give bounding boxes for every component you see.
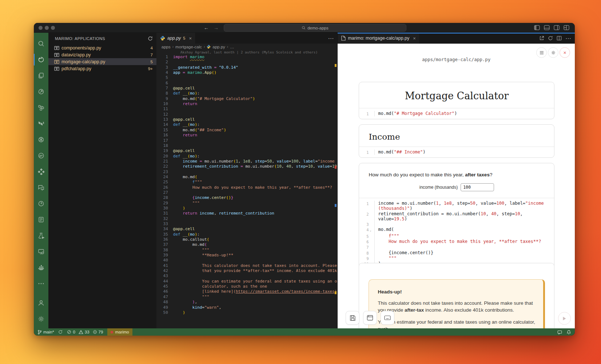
- terraform-activity-icon[interactable]: [34, 116, 48, 132]
- branch-icon: [37, 330, 42, 335]
- warning-callout: Heads-up! This calculator does not take …: [369, 279, 545, 328]
- active-group-accent-line: [338, 33, 575, 33]
- breadcrumb-apps[interactable]: apps: [162, 45, 171, 49]
- test-beaker-activity-icon[interactable]: [34, 228, 48, 244]
- nav-forward-icon[interactable]: →: [213, 24, 219, 31]
- more-actions-icon[interactable]: ⋯: [565, 35, 571, 42]
- save-button[interactable]: [346, 311, 359, 325]
- breadcrumb-symbol[interactable]: …: [230, 45, 234, 49]
- app-settings-button[interactable]: [548, 47, 558, 58]
- code-editor[interactable]: Akshay Agrawal, last month | 2 authors (…: [156, 50, 338, 328]
- tab-app-py[interactable]: app.py 5 ×: [156, 33, 196, 44]
- problem-count-badge: 5: [150, 60, 152, 64]
- close-icon: ×: [563, 50, 566, 56]
- tab-label: app.py: [167, 36, 181, 41]
- income-input-label: income (thousands): [419, 185, 458, 190]
- toggle-sidebar-left-icon[interactable]: [534, 24, 540, 31]
- marimo-status-chip[interactable]: marimo: [107, 328, 132, 336]
- titlebar: ← → demo-apps: [34, 23, 575, 33]
- python-icon: [207, 45, 211, 49]
- play-circle-activity-icon[interactable]: [34, 196, 48, 212]
- status-bar: main* 0 33 79 marimo: [34, 328, 575, 336]
- notebook-file-icon: [54, 53, 59, 57]
- customize-layout-icon[interactable]: [563, 24, 570, 31]
- tab-marimo-preview[interactable]: marimo: mortgage-calc/app.py ×: [338, 33, 419, 44]
- github-activity-icon[interactable]: [34, 148, 48, 164]
- refresh-icon[interactable]: [148, 36, 153, 41]
- cell-code[interactable]: 1mo.md("## Income"): [359, 147, 554, 157]
- sidebar-item-components[interactable]: components/app.py 4: [48, 44, 156, 51]
- more-activity-icon[interactable]: [34, 276, 48, 292]
- run-app-button[interactable]: [558, 312, 571, 325]
- tab-bar: marimo: mortgage-calc/app.py × ⋯: [338, 33, 575, 44]
- search-text: demo-apps: [307, 26, 329, 30]
- search-icon: [302, 26, 306, 30]
- play-icon: [562, 316, 566, 321]
- feedback-icon[interactable]: [557, 330, 562, 335]
- income-number-input[interactable]: [461, 183, 494, 191]
- menu-button[interactable]: [536, 47, 547, 58]
- split-editor-icon[interactable]: [557, 36, 562, 41]
- tab-close-icon[interactable]: ×: [413, 36, 416, 41]
- sidebar-marimo-applications: MARIMO: APPLICATIONS components/app.py 4…: [48, 33, 156, 328]
- breadcrumb-file[interactable]: app.py: [212, 45, 225, 49]
- file-name: mortgage-calc/app.py: [61, 59, 105, 64]
- editor-more-actions-icon[interactable]: ⋯: [328, 35, 334, 42]
- sidebar-item-dataviz[interactable]: dataviz/app.py 7: [48, 51, 156, 58]
- sync-status[interactable]: [58, 330, 63, 334]
- problem-count-badge: 7: [150, 53, 152, 57]
- open-external-icon[interactable]: [539, 36, 544, 41]
- notifications-bell-icon[interactable]: [566, 330, 571, 335]
- run-circle-activity-icon[interactable]: [34, 84, 48, 100]
- keyboard-icon: [384, 315, 391, 320]
- notebook-activity-icon[interactable]: [34, 212, 48, 228]
- shutdown-button[interactable]: ×: [560, 47, 570, 58]
- overview-mark-modified: [335, 291, 337, 294]
- comments-activity-icon[interactable]: [34, 180, 48, 196]
- settings-gear-icon[interactable]: [34, 311, 48, 327]
- editor-group-code: app.py 5 × ⋯ apps› mortgage-calc› app.py…: [156, 33, 338, 328]
- open-in-browser-button[interactable]: [363, 311, 377, 325]
- breadcrumb[interactable]: apps› mortgage-calc› app.py› …: [156, 44, 338, 50]
- accounts-icon[interactable]: [34, 295, 48, 311]
- traffic-light-close[interactable]: [39, 26, 43, 30]
- marimo-activity-icon[interactable]: [34, 52, 48, 68]
- git-branch-status[interactable]: main*: [37, 330, 54, 335]
- traffic-light-minimize[interactable]: [45, 26, 49, 30]
- toggle-panel-icon[interactable]: [544, 24, 550, 31]
- callout-paragraph: This calculator does not take taxes into…: [378, 300, 540, 313]
- toggle-sidebar-right-icon[interactable]: [553, 24, 560, 31]
- cell-code[interactable]: 1income = mo.ui.number(1, 1e8, step=50, …: [359, 198, 554, 269]
- app-title: Mortgage Calculator: [359, 82, 554, 108]
- command-center-search[interactable]: demo-apps: [224, 24, 406, 32]
- remote-screen-activity-icon[interactable]: [34, 244, 48, 260]
- search-activity-icon[interactable]: [34, 36, 48, 52]
- problems-status[interactable]: 0 33 79: [67, 330, 103, 334]
- error-count: 0: [73, 330, 75, 334]
- traffic-light-zoom[interactable]: [51, 26, 55, 30]
- infrastructure-activity-icon[interactable]: [34, 100, 48, 116]
- keyboard-shortcuts-button[interactable]: [381, 311, 394, 325]
- sphere-activity-icon[interactable]: [34, 132, 48, 148]
- pinwheel-activity-icon[interactable]: [34, 164, 48, 180]
- refresh-icon[interactable]: [548, 36, 553, 41]
- nav-back-icon[interactable]: ←: [203, 24, 210, 31]
- python-icon: [160, 36, 165, 41]
- app-file-path: apps/mortgage-calc/app.py: [338, 57, 575, 62]
- pages-activity-icon[interactable]: [34, 68, 48, 84]
- docker-activity-icon[interactable]: [34, 260, 48, 276]
- notebook-file-icon: [54, 67, 59, 71]
- desktop-background: ← → demo-apps: [0, 0, 601, 364]
- cell-code[interactable]: 1mo.md("# Mortgage Calculator"): [359, 108, 554, 119]
- breadcrumb-folder[interactable]: mortgage-calc: [175, 45, 202, 49]
- sidebar-item-mortgage-calc[interactable]: mortgage-calc/app.py 5: [48, 58, 156, 65]
- hamburger-icon: [540, 51, 544, 55]
- cell-card-income: Income 1mo.md("## Income"): [359, 124, 554, 158]
- file-name: pdfchat/app.py: [61, 66, 91, 71]
- sidebar-item-pdfchat[interactable]: pdfchat/app.py 9+: [48, 65, 156, 72]
- problem-count-badge: 9+: [148, 67, 153, 71]
- cell-card-question: How much do you expect to make this year…: [359, 163, 554, 270]
- file-name: components/app.py: [61, 45, 101, 51]
- tab-close-icon[interactable]: ×: [189, 36, 192, 41]
- marimo-chip-label: marimo: [115, 330, 129, 334]
